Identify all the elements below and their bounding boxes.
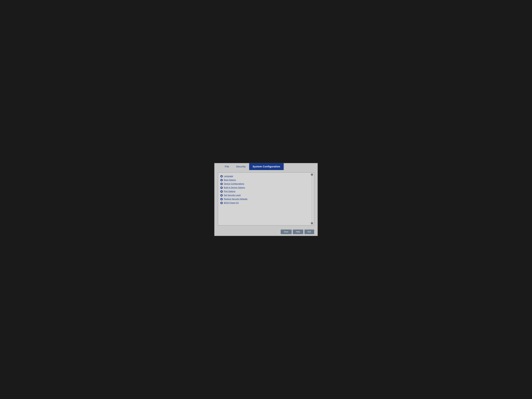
list-item-icon-set-security-level <box>220 194 223 196</box>
scroll-down-arrow[interactable]: ▼ <box>311 222 313 224</box>
menu-item-file[interactable]: File <box>221 163 233 170</box>
list-item-icon-boot-options <box>220 179 223 181</box>
list-item-boot-options[interactable]: Boot Options <box>220 178 312 182</box>
list-container: LanguageBoot OptionsDevice Configuration… <box>220 174 312 205</box>
list-panel: LanguageBoot OptionsDevice Configuration… <box>218 172 314 226</box>
list-item-label-restore-security-defaults: Restore Security Defaults <box>224 198 247 200</box>
list-item-label-built-in-device-options: Built-In Device Options <box>224 186 245 189</box>
list-item-label-language: Language <box>224 175 233 177</box>
list-item-label-boot-options: Boot Options <box>224 179 236 181</box>
list-item-icon-port-options <box>220 190 223 193</box>
scroll-up-arrow[interactable]: ▲ <box>311 173 313 176</box>
list-item-label-port-options: Port Options <box>224 190 235 193</box>
main-content: LanguageBoot OptionsDevice Configuration… <box>214 170 318 228</box>
list-item-set-security-level[interactable]: Set Security Level <box>220 193 312 197</box>
list-item-label-set-security-level: Set Security Level <box>224 194 241 196</box>
list-item-icon-device-configurations <box>220 183 223 185</box>
list-item-bios-power-on[interactable]: BIOS Power-On <box>220 201 312 205</box>
list-item-device-configurations[interactable]: Device Configurations <box>220 182 312 186</box>
list-item-restore-security-defaults[interactable]: Restore Security Defaults <box>220 197 312 201</box>
menu-bar: File Security System Configuration <box>214 163 318 170</box>
menu-item-security[interactable]: Security <box>233 163 249 170</box>
bottom-bar: Save Help Exit <box>214 228 318 236</box>
list-item-icon-bios-power-on <box>220 202 223 204</box>
list-item-icon-restore-security-defaults <box>220 198 223 200</box>
scroll-track <box>312 176 312 222</box>
exit-button[interactable]: Exit <box>304 229 314 234</box>
scrollbar: ▲ ▼ <box>311 173 313 224</box>
list-item-icon-language <box>220 175 223 177</box>
list-item-built-in-device-options[interactable]: Built-In Device Options <box>220 186 312 190</box>
list-item-port-options[interactable]: Port Options <box>220 190 312 193</box>
menu-item-system-configuration[interactable]: System Configuration <box>249 163 284 170</box>
list-item-label-bios-power-on: BIOS Power-On <box>224 202 239 204</box>
bios-screen: File Security System Configuration Langu… <box>214 163 318 236</box>
list-item-language[interactable]: Language <box>220 174 312 178</box>
list-item-icon-built-in-device-options <box>220 187 223 189</box>
list-item-label-device-configurations: Device Configurations <box>224 183 244 185</box>
help-button[interactable]: Help <box>293 229 303 234</box>
save-button[interactable]: Save <box>281 229 292 234</box>
